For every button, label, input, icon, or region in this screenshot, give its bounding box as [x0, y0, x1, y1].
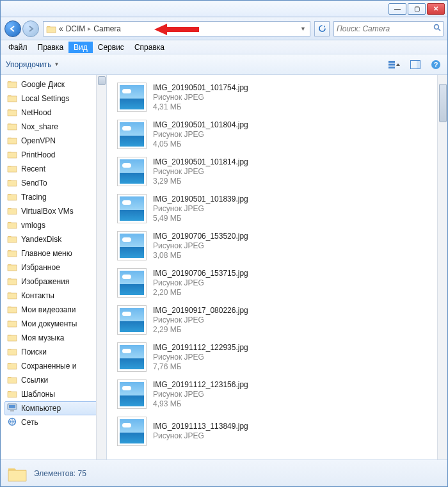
menu-view[interactable]: Вид	[68, 42, 93, 53]
menu-file[interactable]: Файл	[3, 42, 33, 53]
scrollbar-thumb[interactable]	[98, 76, 106, 85]
file-info: IMG_20191112_123156.jpgРисунок JPEG4,93 …	[153, 380, 248, 409]
file-item[interactable]: IMG_20191113_113849.jpgРисунок JPEG	[117, 413, 447, 450]
folder-icon	[7, 305, 17, 315]
folder-icon	[7, 234, 17, 245]
sidebar-item[interactable]: vmlogs	[7, 218, 106, 232]
file-thumbnail	[117, 417, 147, 446]
sidebar-item-label: Local Settings	[21, 94, 69, 103]
file-thumbnail	[117, 231, 147, 260]
sidebar-scrollbar[interactable]	[96, 75, 106, 459]
sidebar-item[interactable]: Поиски	[7, 345, 106, 359]
sidebar-item[interactable]: NetHood	[7, 106, 106, 120]
breadcrumb-part[interactable]: DCIM	[66, 24, 86, 33]
status-text: Элементов: 75	[34, 469, 86, 478]
maximize-button[interactable]: ▢	[408, 3, 426, 15]
sidebar-item[interactable]: Google Диск	[7, 77, 106, 92]
file-item[interactable]: IMG_20191112_122935.jpgРисунок JPEG7,76 …	[117, 339, 447, 376]
sidebar-item-label: Tracing	[21, 193, 47, 202]
breadcrumb-root[interactable]: «	[59, 24, 63, 33]
folder-icon	[7, 93, 17, 104]
close-button[interactable]: ✕	[427, 3, 445, 15]
file-type: Рисунок JPEG	[153, 167, 248, 177]
search-input[interactable]	[337, 24, 433, 33]
file-name: IMG_20190501_101814.jpg	[153, 157, 248, 167]
refresh-button[interactable]	[314, 21, 330, 36]
folder-icon	[7, 108, 17, 118]
view-options-button[interactable]	[388, 59, 401, 70]
main-scrollbar[interactable]	[437, 75, 447, 459]
organize-button[interactable]: Упорядочить ▼	[6, 60, 59, 69]
menu-help[interactable]: Справка	[129, 42, 170, 53]
address-bar: « DCIM ▸ Camera ▼	[1, 17, 447, 40]
file-thumbnail	[117, 120, 147, 149]
sidebar-item-label: Мои документы	[21, 319, 77, 328]
file-type: Рисунок JPEG	[153, 278, 248, 288]
file-item[interactable]: IMG_20190501_101754.jpgРисунок JPEG4,31 …	[117, 79, 447, 116]
sidebar-item[interactable]: Изображения	[7, 275, 106, 289]
file-type: Рисунок JPEG	[153, 390, 248, 399]
svg-rect-10	[10, 410, 14, 411]
sidebar-item[interactable]: Recent	[7, 162, 106, 176]
folder-icon	[7, 248, 17, 259]
sidebar-item[interactable]: Шаблоны	[7, 387, 106, 401]
sidebar-item[interactable]: Мои документы	[7, 317, 106, 331]
sidebar-item[interactable]: Моя музыка	[7, 331, 106, 345]
sidebar-item[interactable]: SendTo	[7, 176, 106, 190]
sidebar-item[interactable]: Главное меню	[7, 246, 106, 260]
sidebar-item[interactable]: Компьютер	[4, 401, 106, 415]
folder-icon	[7, 389, 17, 400]
sidebar-item[interactable]: Контакты	[7, 289, 106, 303]
sidebar-item[interactable]: YandexDisk	[7, 232, 106, 246]
sidebar-item-label: VirtualBox VMs	[21, 207, 74, 216]
back-button[interactable]	[4, 20, 21, 37]
sidebar-item-label: Шаблоны	[21, 390, 55, 399]
sidebar-item[interactable]: OpenVPN	[7, 134, 106, 148]
svg-text:?: ?	[434, 61, 438, 68]
file-item[interactable]: IMG_20190501_101814.jpgРисунок JPEG3,29 …	[117, 153, 447, 190]
sidebar-item[interactable]: Local Settings	[7, 92, 106, 106]
file-item[interactable]: IMG_20190501_101804.jpgРисунок JPEG4,05 …	[117, 116, 447, 153]
forward-button[interactable]	[22, 20, 39, 37]
menu-bar: Файл Правка Вид Сервис Справка	[1, 40, 447, 54]
toolbar: Упорядочить ▼ ?	[1, 54, 447, 75]
folder-icon	[7, 206, 17, 217]
sidebar-item[interactable]: Nox_share	[7, 120, 106, 134]
file-item[interactable]: IMG_20191112_123156.jpgРисунок JPEG4,93 …	[117, 376, 447, 413]
file-item[interactable]: IMG_20190501_101839.jpgРисунок JPEG5,49 …	[117, 190, 447, 227]
folder-icon	[7, 403, 17, 414]
organize-label: Упорядочить	[6, 60, 51, 69]
sidebar-item[interactable]: VirtualBox VMs	[7, 204, 106, 218]
sidebar-item[interactable]: Сеть	[7, 415, 106, 429]
preview-pane-button[interactable]	[409, 59, 422, 70]
breadcrumb-part[interactable]: Camera	[93, 24, 121, 33]
sidebar-item[interactable]: Tracing	[7, 190, 106, 204]
toolbar-right: ?	[388, 59, 442, 70]
file-type: Рисунок JPEG	[153, 204, 248, 214]
chevron-down-icon[interactable]: ▼	[299, 26, 307, 32]
sidebar-item[interactable]: PrintHood	[7, 148, 106, 162]
search-box[interactable]	[333, 21, 444, 36]
search-icon[interactable]	[433, 24, 442, 34]
folder-icon	[46, 24, 56, 33]
file-thumbnail	[117, 194, 147, 223]
window-titlebar: — ▢ ✕	[1, 1, 447, 17]
menu-tools[interactable]: Сервис	[93, 42, 129, 53]
sidebar-item-label: Ссылки	[21, 376, 48, 385]
sidebar-item-label: Recent	[21, 164, 45, 173]
chevron-down-icon: ▼	[54, 61, 59, 67]
scrollbar-thumb[interactable]	[439, 84, 447, 122]
file-type: Рисунок JPEG	[153, 241, 248, 251]
file-item[interactable]: IMG_20190706_153520.jpgРисунок JPEG3,08 …	[117, 227, 447, 264]
sidebar-item[interactable]: Мои видеозапи	[7, 303, 106, 317]
sidebar-item[interactable]: Ссылки	[7, 373, 106, 387]
minimize-button[interactable]: —	[388, 3, 406, 15]
file-item[interactable]: IMG_20190706_153715.jpgРисунок JPEG2,20 …	[117, 264, 447, 301]
sidebar-item[interactable]: Сохраненные и	[7, 359, 106, 373]
folder-icon	[7, 164, 17, 175]
sidebar-item[interactable]: Избранное	[7, 260, 106, 275]
file-item[interactable]: IMG_20190917_080226.jpgРисунок JPEG2,29 …	[117, 301, 447, 339]
breadcrumb-box[interactable]: « DCIM ▸ Camera ▼	[43, 21, 310, 36]
help-button[interactable]: ?	[429, 59, 442, 70]
menu-edit[interactable]: Правка	[33, 42, 69, 53]
